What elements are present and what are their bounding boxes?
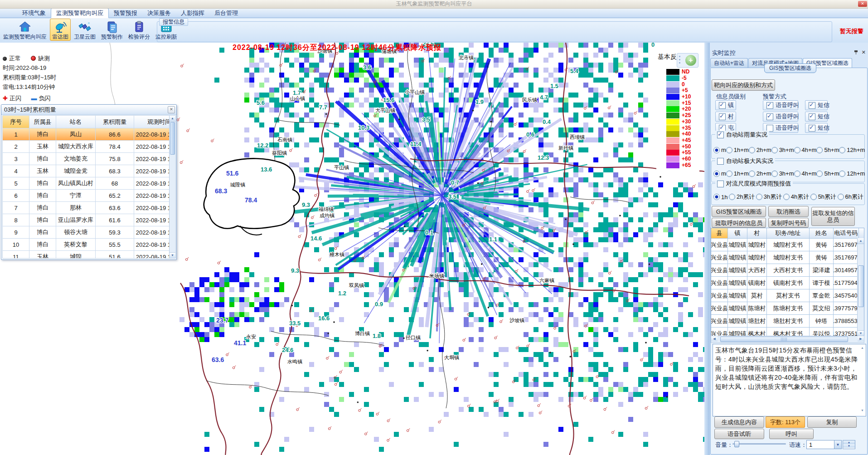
radio-option[interactable]: 1h+m: [726, 170, 749, 177]
radio-option[interactable]: 2h+m: [749, 170, 771, 177]
panel-splitter[interactable]: [704, 43, 710, 455]
menu-tab-6[interactable]: 后台管理: [209, 9, 243, 18]
table-row[interactable]: 3博白文地姜充75.82022-08-19 15:00: [3, 153, 169, 165]
radio-option[interactable]: 12h+m: [839, 170, 865, 177]
warning-message-textarea[interactable]: 玉林市气象台19日5时15分发布暴雨橙色预警信号：4时以来兴业县城隍大西水库已出…: [713, 344, 866, 416]
column-header[interactable]: 职务/地址: [767, 228, 810, 238]
table-row[interactable]: 兴业县城隍镇城隍村城隍村支书黄铸135176975: [711, 251, 864, 264]
voice-call-checkbox-镇[interactable]: 语音呼叫: [763, 100, 798, 110]
table-row[interactable]: 兴业县城隍镇莫村莫村支书覃金乾134575405: [711, 289, 864, 302]
contacts-horizontal-scrollbar[interactable]: ◀ ▶: [711, 336, 864, 343]
radio-button[interactable]: [771, 171, 778, 177]
contacts-vertical-scrollbar[interactable]: ▲ ▼: [857, 238, 864, 336]
radio-button[interactable]: [794, 171, 800, 177]
table-row[interactable]: 9博白顿谷大塘59.32022-08-19 15:00: [3, 226, 169, 239]
table-row[interactable]: 2玉林城隍大西水库78.42022-08-19 15:00: [3, 141, 169, 153]
contacts-table[interactable]: 县镇村职务/地址姓名电话号码兴业县城隍镇城隍村城隍村支书黄铸135176975兴…: [711, 228, 864, 337]
radio-option[interactable]: 12h+m: [839, 147, 865, 153]
checkbox[interactable]: [766, 102, 773, 109]
radio-option[interactable]: 2h累计: [729, 193, 755, 201]
checkbox[interactable]: [809, 102, 815, 109]
radio-button[interactable]: [726, 147, 732, 153]
speed-select[interactable]: 1 ▼: [806, 440, 842, 449]
tool-button-4[interactable]: 预警制作: [99, 19, 125, 41]
radio-button[interactable]: [838, 194, 844, 200]
scroll-thumb[interactable]: [170, 122, 175, 155]
radio-option[interactable]: m: [713, 147, 726, 153]
table-row[interactable]: 5博白凤山镇凤山村682022-08-19 15:00: [3, 177, 169, 190]
scroll-down-icon[interactable]: ▼: [860, 408, 865, 413]
menu-tab-3[interactable]: 预警预报: [109, 9, 142, 18]
copy-button[interactable]: 复制: [807, 416, 857, 428]
column-header[interactable]: 镇: [728, 228, 747, 238]
rainfall-window-close-button[interactable]: ✕: [168, 106, 175, 113]
radio-button[interactable]: [839, 147, 845, 153]
radio-option[interactable]: 5h+m: [816, 147, 839, 153]
radio-button[interactable]: [713, 194, 720, 200]
radio-option[interactable]: 5h累计: [810, 193, 836, 201]
map-zoom-button[interactable]: +: [677, 53, 698, 68]
rainfall-table-window[interactable]: 03时~15时累积雨量 ✕ 序号所属县站名累积雨量观测时间1博白凤山86.620…: [1, 104, 177, 260]
target-call-level-button[interactable]: 靶向叫应的级别和方式: [712, 79, 775, 91]
scroll-up-icon[interactable]: ▲: [170, 116, 175, 122]
radio-button[interactable]: [729, 194, 735, 200]
radio-button[interactable]: [713, 147, 720, 153]
extract-sms-informers-button[interactable]: 提取发短信的信息员: [811, 207, 855, 226]
menu-tab-1[interactable]: 环境气象: [17, 9, 51, 18]
speed-stepper[interactable]: ▲ ▼: [843, 440, 855, 449]
radio-button[interactable]: [816, 147, 823, 153]
radio-option[interactable]: 4h+m: [794, 147, 817, 153]
scroll-up-icon[interactable]: ▲: [860, 345, 865, 350]
radio-button[interactable]: [771, 147, 778, 153]
column-header[interactable]: 所属县: [29, 116, 56, 128]
window-close-button[interactable]: ✕: [858, 1, 867, 7]
radio-option[interactable]: 6h累计: [838, 193, 863, 201]
table-row[interactable]: 兴业县城隍镇镇南村镇南村支书谭于模151775946: [711, 277, 864, 289]
radio-button[interactable]: [726, 171, 732, 177]
radio-button[interactable]: [756, 194, 762, 200]
column-header[interactable]: 姓名: [810, 228, 834, 238]
radio-option[interactable]: 1h: [713, 194, 727, 201]
cancel-select-button[interactable]: 取消圈选: [768, 206, 809, 217]
tool-button-1[interactable]: 监测预警靶向叫应: [1, 19, 49, 41]
radar-map-button[interactable]: 雷达图: [50, 19, 71, 41]
column-header[interactable]: 站名: [56, 116, 96, 128]
call-button[interactable]: 呼叫: [769, 429, 814, 439]
radio-button[interactable]: [749, 171, 755, 177]
rainfall-table-scrollbar[interactable]: ▲ ▼: [169, 115, 176, 259]
slider-thumb[interactable]: [734, 441, 739, 447]
column-header[interactable]: 观测时间: [134, 116, 170, 128]
stepper-up-icon[interactable]: ▲: [843, 440, 855, 444]
scroll-right-icon[interactable]: ▶: [858, 336, 864, 342]
menu-tab-2[interactable]: 监测预警靶向叫应: [51, 8, 109, 18]
radio-option[interactable]: 1h+m: [726, 147, 749, 153]
table-row[interactable]: 兴业县城隍镇塘肚村塘肚村支书钟塔137885534: [711, 315, 864, 328]
radio-button[interactable]: [783, 194, 790, 200]
radio-option[interactable]: 3h累计: [756, 193, 782, 201]
menu-tab-5[interactable]: 人影指挥: [176, 9, 209, 18]
table-row[interactable]: 4玉林城隍金党68.32022-08-19 15:00: [3, 165, 169, 177]
copy-call-numbers-button[interactable]: 复制呼叫号码: [768, 218, 809, 228]
radio-option[interactable]: 3h+m: [771, 147, 794, 153]
column-header[interactable]: 电话号码: [834, 228, 859, 238]
tool-button-3[interactable]: 卫星云图: [72, 19, 98, 41]
radio-button[interactable]: [810, 194, 817, 200]
table-row[interactable]: 兴业县城隍镇陈塘村陈塘村支书莫文绍139775796: [711, 302, 864, 315]
volume-slider[interactable]: [732, 440, 786, 447]
table-row[interactable]: 兴业县城隍镇大西村大西村支书梁泽建130149571: [711, 264, 864, 277]
checkbox[interactable]: [809, 125, 815, 132]
panel-close-icon[interactable]: ✕: [862, 49, 866, 55]
scroll-left-icon[interactable]: ◀: [711, 336, 718, 342]
radio-button[interactable]: [749, 147, 755, 153]
radar-map-area[interactable]: 沙塘镇蒲塘镇北市镇山心镇小平山镇民乐镇大平山镇石南镇葵阳镇平山镇城隍镇福绵镇成均…: [0, 43, 704, 455]
column-header[interactable]: 县: [711, 228, 728, 238]
table-row[interactable]: 兴业县城隍镇城隍村城隍村支书黄铸135176975: [711, 239, 864, 251]
level-checkbox-镇[interactable]: 镇: [715, 100, 736, 110]
column-header[interactable]: 累积雨量: [96, 116, 134, 128]
table-row[interactable]: 10博白英桥文黎55.52022-08-19 15:00: [3, 239, 169, 251]
rainfall-window-titlebar[interactable]: 03时~15时累积雨量 ✕: [1, 105, 176, 115]
column-header[interactable]: 序号: [3, 116, 29, 128]
voice-call-checkbox-村[interactable]: 语音呼叫: [763, 112, 798, 122]
radio-option[interactable]: 4h累计: [783, 193, 809, 201]
stepper-down-icon[interactable]: ▼: [843, 444, 855, 448]
